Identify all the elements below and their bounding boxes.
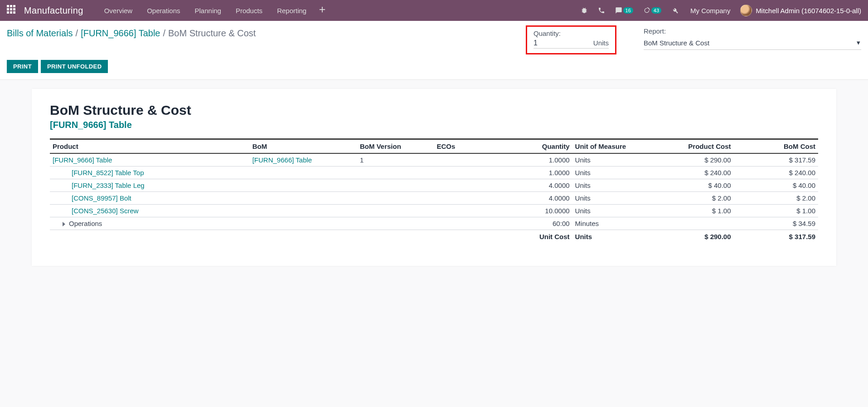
menu-products[interactable]: Products	[228, 1, 270, 20]
menu-planning[interactable]: Planning	[188, 1, 228, 20]
footer-row: Unit Cost Units $ 290.00 $ 317.59	[50, 230, 818, 244]
bom-link[interactable]: [FURN_9666] Table	[252, 156, 312, 164]
report-label: Report:	[644, 27, 861, 35]
cell-qty: 60:00	[495, 217, 572, 230]
menu-overview[interactable]: Overview	[97, 1, 140, 20]
col-bom-version: BoM Version	[357, 139, 434, 154]
cell-uom: Units	[572, 167, 650, 179]
cell-bom-cost: $ 34.59	[734, 217, 818, 230]
cell-version	[357, 167, 434, 179]
menu-reporting[interactable]: Reporting	[270, 1, 314, 20]
quantity-unit: Units	[593, 39, 609, 47]
report-title: BoM Structure & Cost	[50, 103, 818, 118]
col-ecos: ECOs	[434, 139, 495, 154]
control-panel: Bills of Materials / [FURN_9666] Table /…	[0, 21, 868, 80]
tools-icon[interactable]	[669, 5, 680, 16]
app-brand[interactable]: Manufacturing	[24, 5, 83, 16]
breadcrumb-sep: /	[76, 28, 78, 39]
cell-bom-cost: $ 2.00	[734, 192, 818, 205]
table-row: [FURN_8522] Table Top 1.0000 Units $ 240…	[50, 167, 818, 179]
col-bom-cost: BoM Cost	[734, 139, 818, 154]
cell-qty: 4.0000	[495, 179, 572, 192]
cell-uom: Minutes	[572, 217, 650, 230]
table-row: [FURN_9666] Table [FURN_9666] Table 1 1.…	[50, 153, 818, 167]
product-link[interactable]: [FURN_2333] Table Leg	[72, 181, 145, 189]
chevron-down-icon: ▾	[857, 39, 860, 47]
print-button[interactable]: PRINT	[7, 60, 38, 73]
operations-row[interactable]: Operations 60:00 Minutes $ 34.59	[50, 217, 818, 230]
footer-label: Unit Cost	[495, 230, 572, 244]
col-product: Product	[50, 139, 250, 154]
quantity-group: Quantity: Units	[526, 25, 616, 54]
col-quantity: Quantity	[495, 139, 572, 154]
breadcrumb-sep: /	[163, 28, 165, 39]
report-select-value: BoM Structure & Cost	[644, 39, 709, 47]
quantity-label: Quantity:	[533, 29, 609, 37]
user-menu[interactable]: Mitchell Admin (16074602-15-0-all)	[740, 5, 861, 16]
print-unfolded-button[interactable]: PRINT UNFOLDED	[41, 60, 108, 73]
cell-uom: Units	[572, 205, 650, 217]
menu-operations[interactable]: Operations	[140, 1, 187, 20]
bug-icon[interactable]	[579, 5, 590, 16]
footer-bom-cost: $ 317.59	[734, 230, 818, 244]
cell-uom: Units	[572, 179, 650, 192]
phone-icon[interactable]	[596, 5, 607, 16]
breadcrumb-root[interactable]: Bills of Materials	[7, 28, 73, 39]
add-menu-icon[interactable]	[314, 1, 331, 20]
operations-label: Operations	[69, 220, 102, 227]
cell-bom	[250, 167, 357, 179]
main-menu: Overview Operations Planning Products Re…	[97, 1, 314, 20]
cell-bom-cost: $ 40.00	[734, 179, 818, 192]
cell-product-cost: $ 1.00	[649, 205, 733, 217]
cell-qty: 10.0000	[495, 205, 572, 217]
breadcrumb: Bills of Materials / [FURN_9666] Table /…	[7, 25, 256, 39]
cell-qty: 1.0000	[495, 153, 572, 167]
topbar: Manufacturing Overview Operations Planni…	[0, 0, 868, 21]
cell-uom: Units	[572, 153, 650, 167]
caret-right-icon	[63, 222, 65, 226]
cell-ecos	[434, 167, 495, 179]
cell-product-cost: $ 240.00	[649, 167, 733, 179]
avatar	[740, 5, 752, 16]
footer-product-cost: $ 290.00	[649, 230, 733, 244]
product-link[interactable]: [CONS_89957] Bolt	[72, 194, 131, 202]
table-row: [FURN_2333] Table Leg 4.0000 Units $ 40.…	[50, 179, 818, 192]
breadcrumb-current: BoM Structure & Cost	[168, 28, 256, 39]
col-product-cost: Product Cost	[649, 139, 733, 154]
product-link[interactable]: [FURN_8522] Table Top	[72, 169, 144, 177]
chat-badge: 16	[623, 7, 633, 14]
user-name: Mitchell Admin (16074602-15-0-all)	[756, 7, 861, 15]
cell-bom-cost: $ 317.59	[734, 153, 818, 167]
cell-bom-cost: $ 240.00	[734, 167, 818, 179]
cell-bom-cost: $ 1.00	[734, 205, 818, 217]
cell-qty: 1.0000	[495, 167, 572, 179]
breadcrumb-product[interactable]: [FURN_9666] Table	[81, 28, 160, 39]
report-group: Report: BoM Structure & Cost ▾	[644, 25, 861, 50]
activity-badge: 43	[651, 7, 661, 14]
cell-version: 1	[357, 153, 434, 167]
company-switcher[interactable]: My Company	[687, 7, 734, 15]
cell-product-cost: $ 40.00	[649, 179, 733, 192]
cell-qty: 4.0000	[495, 192, 572, 205]
report-subtitle: [FURN_9666] Table	[50, 120, 818, 130]
table-row: [CONS_89957] Bolt 4.0000 Units $ 2.00 $ …	[50, 192, 818, 205]
cell-product-cost: $ 2.00	[649, 192, 733, 205]
col-uom: Unit of Measure	[572, 139, 650, 154]
apps-icon[interactable]	[7, 5, 18, 16]
product-link[interactable]: [FURN_9666] Table	[53, 156, 112, 164]
report-select[interactable]: BoM Structure & Cost ▾	[644, 37, 861, 50]
col-bom: BoM	[250, 139, 357, 154]
product-link[interactable]: [CONS_25630] Screw	[72, 207, 139, 215]
activity-icon[interactable]: 43	[641, 5, 663, 16]
table-row: [CONS_25630] Screw 10.0000 Units $ 1.00 …	[50, 205, 818, 217]
cell-ecos	[434, 153, 495, 167]
cell-uom: Units	[572, 192, 650, 205]
quantity-input[interactable]	[533, 39, 561, 47]
bom-table: Product BoM BoM Version ECOs Quantity Un…	[50, 138, 818, 243]
footer-uom: Units	[572, 230, 650, 244]
report-card: BoM Structure & Cost [FURN_9666] Table P…	[32, 89, 836, 266]
cell-product-cost: $ 290.00	[649, 153, 733, 167]
chat-icon[interactable]: 16	[613, 5, 635, 16]
